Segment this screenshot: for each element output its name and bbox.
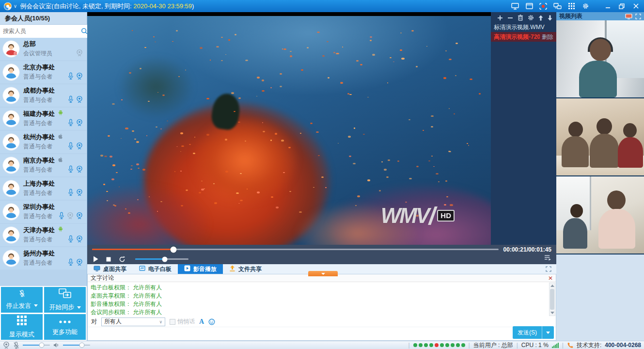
- speaker-icon[interactable]: [53, 342, 60, 348]
- seek-knob[interactable]: [170, 246, 176, 253]
- fullscreen-icon[interactable]: [541, 264, 556, 274]
- participant-list: 总部 会议管理员 > 北京办事处 普通与会者 > 成都办事处 普通与会者 > 福…: [0, 38, 87, 286]
- participant-row[interactable]: > 天津办事处 普通与会者: [0, 224, 87, 246]
- network-share-icon[interactable]: [553, 2, 562, 10]
- avatar: >: [2, 226, 20, 244]
- chat-collapse-handle[interactable]: [308, 271, 338, 276]
- checkbox-icon[interactable]: [170, 319, 175, 325]
- screen-share-icon[interactable]: [511, 2, 519, 10]
- video-list-panel: 视频列表: [556, 12, 644, 341]
- webcam-icon[interactable]: [76, 95, 83, 105]
- settings-icon[interactable]: [528, 15, 534, 21]
- expand-icon[interactable]: [635, 14, 641, 19]
- mic-icon[interactable]: [68, 189, 74, 198]
- participant-row[interactable]: > 南京办事处 普通与会者: [0, 154, 87, 176]
- app-logo-icon[interactable]: [4, 2, 12, 10]
- participant-row[interactable]: > 成都办事处 普通与会者: [0, 84, 87, 107]
- webcam-icon[interactable]: [76, 258, 83, 268]
- participant-row[interactable]: > 上海办事处 普通与会者: [0, 177, 87, 200]
- video-thumbnail-1[interactable]: [556, 20, 644, 98]
- participant-row[interactable]: 总部 会议管理员: [0, 38, 87, 60]
- trash-icon[interactable]: [518, 15, 523, 21]
- tab-desktop-share[interactable]: 桌面共享: [87, 264, 133, 274]
- mic-icon[interactable]: [68, 72, 74, 82]
- settings-icon[interactable]: [581, 2, 590, 10]
- move-down-icon[interactable]: [548, 15, 552, 21]
- mic-muted-icon[interactable]: [13, 342, 19, 349]
- mic-icon[interactable]: [68, 119, 74, 128]
- mic-icon[interactable]: [68, 142, 74, 152]
- minimize-button[interactable]: [603, 2, 612, 10]
- delete-file-link[interactable]: 删除: [542, 33, 553, 41]
- status-dot: [445, 343, 449, 347]
- mic-off-button[interactable]: 停止发言: [1, 287, 43, 313]
- webcam-icon[interactable]: [76, 72, 83, 82]
- chat-input-area[interactable]: 发送(S): [88, 327, 556, 340]
- webcam-icon[interactable]: [76, 119, 83, 128]
- chevron-down-icon[interactable]: ∨: [14, 3, 17, 9]
- participant-row[interactable]: > 福建办事处 普通与会者: [0, 108, 87, 130]
- participant-row[interactable]: > 杭州办事处 普通与会者: [0, 131, 87, 153]
- playlist-file-row[interactable]: 标清演示视频.WMV: [491, 22, 556, 32]
- font-style-icon[interactable]: A: [199, 318, 204, 326]
- scroll-thumb[interactable]: [550, 289, 554, 310]
- chat-scrollbar[interactable]: [549, 283, 555, 316]
- webcam-icon[interactable]: [76, 235, 83, 245]
- participant-role: 普通与会者: [23, 96, 68, 104]
- whisper-checkbox[interactable]: 悄悄话: [170, 317, 195, 326]
- sync-button[interactable]: 开始同步: [44, 287, 86, 313]
- participant-row[interactable]: > 北京办事处 普通与会者: [0, 61, 87, 83]
- speaker-volume-slider[interactable]: [63, 345, 90, 346]
- mic-icon[interactable]: [59, 212, 64, 222]
- volume-slider[interactable]: [135, 258, 188, 260]
- loop-button[interactable]: [119, 256, 126, 263]
- remove-icon[interactable]: [507, 15, 513, 21]
- playlist-toggle-icon[interactable]: [544, 254, 551, 263]
- send-options-arrow-icon[interactable]: [546, 332, 550, 334]
- seek-bar[interactable]: [92, 249, 499, 250]
- search-icon[interactable]: [81, 25, 88, 38]
- mic-icon[interactable]: [68, 235, 74, 245]
- close-button[interactable]: [631, 2, 640, 10]
- recipient-select[interactable]: 所有人∨: [101, 317, 165, 326]
- grid-button[interactable]: 显示模式: [1, 314, 43, 340]
- playlist-file-row[interactable]: 高清演示视频-720P.wmv删除: [491, 32, 556, 42]
- scroll-down-icon[interactable]: [550, 312, 554, 314]
- webcam-off-icon[interactable]: [67, 212, 74, 222]
- video-thumbnail-2[interactable]: [556, 98, 644, 176]
- add-icon[interactable]: [497, 15, 503, 21]
- stop-button[interactable]: [106, 257, 111, 262]
- action-button-grid: 停止发言 开始同步 显示模式 更多功能: [0, 286, 87, 341]
- chat-close-icon[interactable]: ✕: [548, 275, 553, 281]
- tab-media-play[interactable]: 影音播放: [178, 264, 223, 274]
- webcam-icon[interactable]: [76, 189, 83, 198]
- webcam-icon[interactable]: [76, 165, 83, 175]
- video-monitor-icon[interactable]: [625, 14, 632, 19]
- move-up-icon[interactable]: [538, 15, 543, 21]
- tab-file-share[interactable]: 文件共享: [223, 264, 268, 274]
- restore-button[interactable]: [617, 2, 626, 10]
- more-button[interactable]: 更多功能: [44, 314, 86, 340]
- play-button[interactable]: [93, 256, 98, 262]
- tab-whiteboard[interactable]: 电子白板: [133, 264, 178, 274]
- layout-grid-icon[interactable]: [567, 2, 576, 10]
- mic-icon[interactable]: [68, 95, 74, 105]
- webcam-off-icon[interactable]: [76, 49, 83, 59]
- webcam-status-icon[interactable]: [3, 341, 10, 349]
- send-button[interactable]: 发送(S): [513, 326, 554, 339]
- video-thumbnail-3[interactable]: [556, 176, 644, 254]
- mic-volume-slider[interactable]: [23, 345, 50, 346]
- scroll-up-icon[interactable]: [550, 285, 554, 287]
- participant-row[interactable]: > 扬州办事处 普通与会者: [0, 247, 87, 270]
- participant-row[interactable]: > 深圳办事处 普通与会者: [0, 201, 87, 223]
- mic-icon[interactable]: [68, 258, 74, 268]
- emoji-icon[interactable]: [208, 318, 215, 325]
- window-icon[interactable]: [525, 2, 534, 10]
- video-player-stage[interactable]: WMV HD: [87, 12, 491, 245]
- search-input[interactable]: [0, 25, 81, 38]
- webcam-icon[interactable]: [76, 142, 83, 152]
- record-icon[interactable]: [539, 2, 548, 10]
- volume-knob[interactable]: [162, 256, 167, 262]
- mic-icon[interactable]: [68, 165, 74, 175]
- webcam-icon[interactable]: [76, 212, 83, 222]
